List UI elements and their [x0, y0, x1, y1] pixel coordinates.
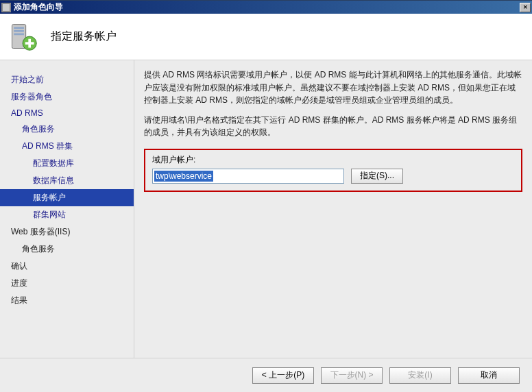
sidebar-item-progress[interactable]: 进度 [0, 275, 134, 292]
sidebar-item-results[interactable]: 结果 [0, 292, 134, 309]
domain-account-value: twp\webservice [154, 171, 213, 182]
sidebar-item-adrms-cluster[interactable]: AD RMS 群集 [0, 138, 134, 155]
specify-button[interactable]: 指定(S)... [351, 169, 403, 184]
svg-rect-1 [14, 27, 24, 29]
window-titlebar: 添加角色向导 ✕ [0, 0, 532, 14]
domain-account-input[interactable]: twp\webservice [152, 169, 344, 184]
cancel-button[interactable]: 取消 [458, 367, 520, 384]
wizard-content: 提供 AD RMS 网络标识需要域用户帐户，以便 AD RMS 能与此计算机和网… [134, 60, 532, 358]
next-button: 下一步(N) > [321, 367, 383, 384]
sidebar-item-ad-rms[interactable]: AD RMS [0, 106, 134, 121]
svg-rect-3 [14, 33, 24, 35]
titlebar-left: 添加角色向导 [1, 1, 63, 13]
domain-account-label: 域用户帐户: [152, 154, 514, 166]
wizard-sidebar: 开始之前 服务器角色 AD RMS 角色服务 AD RMS 群集 配置数据库 数… [0, 60, 134, 358]
sidebar-item-confirm[interactable]: 确认 [0, 258, 134, 275]
install-button: 安装(I) [389, 367, 451, 384]
wizard-header: 指定服务帐户 [0, 14, 532, 60]
sidebar-item-server-roles[interactable]: 服务器角色 [0, 88, 134, 106]
wizard-footer: < 上一步(P) 下一步(N) > 安装(I) 取消 [0, 358, 532, 392]
previous-button[interactable]: < 上一步(P) [252, 367, 314, 384]
sidebar-item-config-db[interactable]: 配置数据库 [0, 155, 134, 172]
description-para2: 请使用域名\用户名格式指定在其下运行 AD RMS 群集的帐户。AD RMS 服… [144, 114, 522, 139]
sidebar-item-role-services[interactable]: 角色服务 [0, 121, 134, 138]
wizard-body: 开始之前 服务器角色 AD RMS 角色服务 AD RMS 群集 配置数据库 数… [0, 60, 532, 358]
description-para1: 提供 AD RMS 网络标识需要域用户帐户，以便 AD RMS 能与此计算机和网… [144, 69, 522, 107]
page-title: 指定服务帐户 [51, 29, 117, 44]
close-button[interactable]: ✕ [520, 3, 531, 12]
sidebar-item-service-account[interactable]: 服务帐户 [0, 189, 134, 206]
sidebar-item-cluster-site[interactable]: 群集网站 [0, 206, 134, 223]
domain-account-row: twp\webservice 指定(S)... [152, 169, 514, 184]
sidebar-item-db-info[interactable]: 数据库信息 [0, 172, 134, 189]
svg-rect-2 [14, 29, 24, 32]
window-title: 添加角色向导 [14, 1, 63, 13]
server-role-icon [8, 22, 38, 52]
app-icon [1, 3, 11, 12]
sidebar-item-web-iis[interactable]: Web 服务器(IIS) [0, 223, 134, 241]
sidebar-item-iis-role-services[interactable]: 角色服务 [0, 241, 134, 258]
description-block: 提供 AD RMS 网络标识需要域用户帐户，以便 AD RMS 能与此计算机和网… [144, 69, 522, 139]
svg-rect-6 [25, 42, 34, 45]
sidebar-item-before-begin[interactable]: 开始之前 [0, 71, 134, 88]
domain-account-frame: 域用户帐户: twp\webservice 指定(S)... [144, 149, 522, 192]
